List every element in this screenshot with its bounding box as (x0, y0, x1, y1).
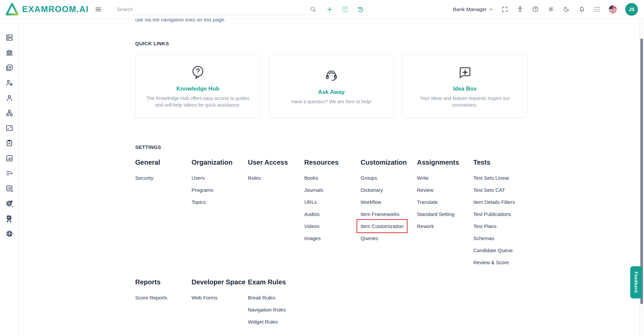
settings-link-item: Queries (361, 235, 415, 242)
hierarchy-icon[interactable] (5, 109, 13, 117)
settings-group: Reports Score Reports (135, 278, 190, 306)
settings-link[interactable]: Topics (192, 199, 206, 205)
settings-gear-icon[interactable] (547, 6, 554, 13)
logo-triangle-icon (5, 3, 19, 16)
user-settings-icon[interactable] (5, 79, 13, 87)
settings-link[interactable]: Score Reports (135, 295, 167, 300)
settings-link[interactable]: Images (304, 235, 321, 241)
settings-link[interactable]: Item Details Filters (473, 199, 515, 205)
card-ask-away[interactable]: Ask Away Have a question? We are here to… (269, 54, 394, 118)
settings-link[interactable]: Schemas (473, 235, 494, 241)
card-idea-box[interactable]: Idea Box Your ideas and feature requests… (402, 54, 528, 118)
users-icon[interactable] (5, 94, 13, 102)
settings-group: General Security (135, 159, 190, 186)
settings-link[interactable]: Journals (304, 187, 323, 193)
settings-link-item: Schemas (473, 235, 528, 242)
settings-link-item: Books (304, 174, 359, 181)
card-title[interactable]: Idea Box (453, 86, 477, 92)
settings-link-item: Topics (192, 199, 246, 206)
settings-link[interactable]: URLs (304, 199, 317, 205)
settings-link[interactable]: Widget Rules (248, 319, 278, 325)
settings-link-item: Test Sets CAT (473, 186, 528, 193)
settings-link[interactable]: Review (417, 187, 433, 193)
settings-link[interactable]: Security (135, 175, 153, 181)
logo[interactable]: EXAMROOM.AI (5, 3, 89, 16)
settings-link[interactable]: Users (192, 175, 205, 181)
dark-mode-moon-icon[interactable] (563, 6, 570, 13)
settings-group-title: Customization (361, 159, 415, 166)
settings-link[interactable]: Candidate Queue (473, 247, 513, 253)
settings-link[interactable]: Item Frameworks (361, 211, 399, 217)
settings-link-item: Videos (304, 223, 359, 230)
localization-globe-icon[interactable] (5, 230, 13, 238)
exam-screen-icon[interactable] (5, 124, 13, 132)
search-bar (116, 4, 317, 15)
analytics-chart-icon[interactable] (5, 154, 13, 162)
avatar[interactable]: JS (625, 3, 638, 16)
settings-group: User Access Roles (248, 159, 302, 186)
history-icon[interactable] (357, 6, 364, 13)
search-icon[interactable] (310, 6, 317, 13)
role-selector[interactable]: Bank Manager (453, 6, 493, 12)
settings-link[interactable]: Audios (304, 211, 320, 217)
card-title[interactable]: Knowledge Hub (176, 86, 219, 92)
settings-link[interactable]: Groups (361, 175, 377, 181)
sidebar-nav (0, 19, 19, 336)
card-knowledge-hub[interactable]: Knowledge Hub The Knowledge Hub offers e… (135, 54, 261, 118)
item-banks-icon[interactable] (5, 34, 13, 42)
quick-links-cards: Knowledge Hub The Knowledge Hub offers e… (135, 54, 528, 118)
settings-link[interactable]: Test Plans (473, 223, 496, 229)
notifications-bell-icon[interactable] (578, 6, 585, 13)
us-flag-icon[interactable] (609, 5, 617, 13)
settings-link[interactable]: Test Sets CAT (473, 187, 505, 193)
settings-link[interactable]: Queries (361, 235, 378, 241)
settings-group: Customization Groups Dictionary Workflow… (361, 159, 415, 247)
settings-link[interactable]: Navigation Rules (248, 307, 286, 313)
card-title[interactable]: Ask Away (318, 89, 344, 96)
create-item-icon[interactable] (5, 64, 13, 72)
settings-link-item: Audios (304, 211, 359, 218)
apps-grid-icon[interactable] (594, 6, 600, 13)
search-input[interactable] (117, 6, 310, 12)
menu-collapse-icon[interactable] (5, 169, 13, 177)
quick-links-heading: QUICK LINKS (135, 41, 528, 46)
settings-link[interactable]: Roles (248, 175, 261, 181)
settings-link[interactable]: Write (417, 175, 429, 181)
settings-link-item: Candidate Queue (473, 247, 528, 254)
settings-link[interactable]: Review & Score (473, 260, 509, 265)
help-icon[interactable] (532, 6, 539, 13)
settings-link[interactable]: Rework (417, 223, 434, 229)
settings-link-item: Workflow (361, 199, 415, 206)
settings-link-item: Item Customization (361, 223, 415, 230)
settings-link-item: Review (417, 186, 471, 193)
settings-link[interactable]: Test Sets Linear (473, 175, 509, 181)
settings-group-title: Reports (135, 278, 190, 286)
web-resources-icon[interactable] (5, 200, 13, 208)
settings-link[interactable]: Item Customization (361, 223, 404, 229)
organization-icon[interactable] (5, 49, 13, 57)
accessibility-icon[interactable] (517, 6, 524, 13)
feedback-button[interactable]: Feedback (630, 266, 642, 298)
save-icon[interactable] (341, 6, 349, 13)
settings-link[interactable]: Web Forms (192, 295, 217, 300)
add-icon[interactable] (326, 6, 333, 13)
item-list-icon[interactable] (5, 184, 13, 192)
settings-link[interactable]: Standard Setting (417, 211, 454, 217)
settings-link[interactable]: Break Rules (248, 295, 275, 300)
scrollbar-thumb[interactable] (640, 39, 643, 304)
settings-link[interactable]: Workflow (361, 199, 381, 205)
assessments-clipboard-icon[interactable] (5, 139, 13, 147)
settings-link[interactable]: Videos (304, 223, 320, 229)
content-repository-icon[interactable] (5, 215, 13, 223)
settings-link-item: Navigation Rules (248, 306, 302, 313)
settings-link-item: Users (192, 174, 246, 181)
settings-group-title: Assignments (417, 159, 471, 166)
menu-icon[interactable] (95, 6, 102, 13)
settings-link-item: Rework (417, 223, 471, 230)
settings-link[interactable]: Books (304, 175, 318, 181)
settings-link[interactable]: Translate (417, 199, 438, 205)
settings-link[interactable]: Dictionary (361, 187, 383, 193)
settings-link[interactable]: Test Publications (473, 211, 511, 217)
settings-link[interactable]: Programs (192, 187, 213, 193)
fullscreen-icon[interactable] (501, 6, 508, 13)
